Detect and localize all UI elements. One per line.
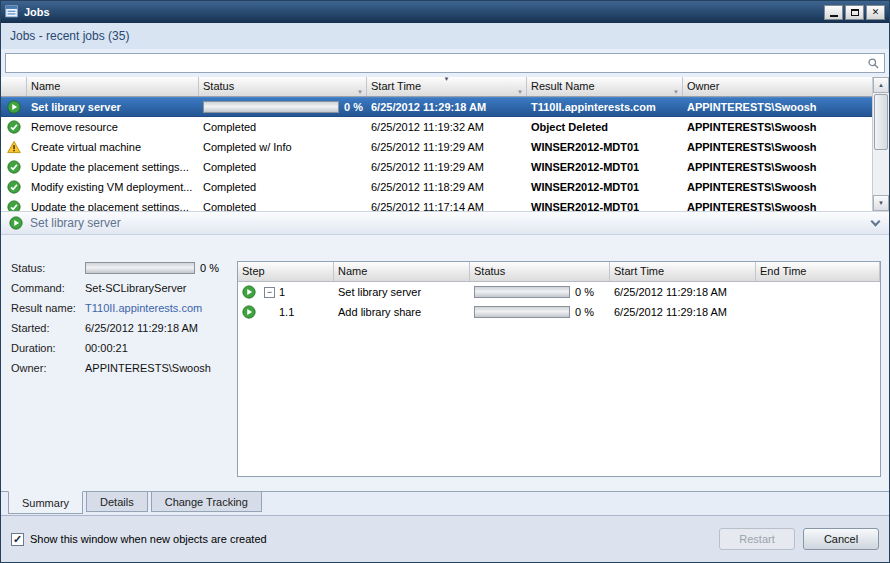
step-row-1-1[interactable]: 1.1 Add library share 0 % 6/25/2012 11:2… — [238, 302, 880, 322]
column-header-step-end-time[interactable]: End Time — [756, 262, 880, 281]
column-header-step-start-time[interactable]: Start Time — [610, 262, 756, 281]
job-result-cell: WINSER2012-MDT01 — [527, 138, 683, 157]
scrollbar-thumb[interactable] — [874, 94, 888, 150]
filter-icon[interactable]: ▼ — [357, 83, 363, 102]
job-start-time-cell: 6/25/2012 11:19:32 AM — [367, 118, 527, 137]
step-name-cell: Add library share — [334, 303, 470, 322]
job-status-cell: 0 % — [199, 98, 367, 117]
column-header-owner[interactable]: Owner — [683, 77, 889, 96]
step-row-1[interactable]: − 1 Set library server 0 % 6/25/2012 11:… — [238, 282, 880, 302]
scrollbar-track[interactable] — [873, 151, 889, 195]
job-owner-cell: APPINTERESTS\Swoosh — [683, 198, 889, 212]
page-title: Jobs - recent jobs (35) — [1, 23, 889, 49]
command-label: Command: — [11, 282, 85, 294]
tab-change-tracking[interactable]: Change Tracking — [151, 492, 262, 512]
job-completed-icon — [7, 120, 21, 134]
duration-value: 00:00:21 — [85, 342, 128, 354]
tab-strip: Summary Details Change Tracking — [1, 491, 889, 515]
chevron-down-icon[interactable] — [871, 216, 881, 226]
job-start-time-cell: 6/25/2012 11:17:14 AM — [367, 198, 527, 212]
column-header-status[interactable]: Status▼ — [199, 77, 367, 96]
job-result-cell: WINSER2012-MDT01 — [527, 158, 683, 177]
close-button[interactable]: ✕ — [866, 5, 885, 20]
column-header-step[interactable]: Step — [238, 262, 334, 281]
show-window-checkbox-group[interactable]: ✓ Show this window when new objects are … — [11, 533, 267, 546]
column-header-start-time[interactable]: ▼Start Time▼ — [367, 77, 527, 96]
maximize-button[interactable] — [845, 5, 864, 20]
vertical-scrollbar[interactable]: ▲ ▼ — [872, 77, 889, 211]
column-header-step-name[interactable]: Name — [334, 262, 470, 281]
job-start-time-cell: 6/25/2012 11:19:29 AM — [367, 158, 527, 177]
show-window-checkbox[interactable]: ✓ — [11, 533, 24, 546]
scroll-up-button[interactable]: ▲ — [873, 77, 889, 93]
status-percent: 0 % — [200, 262, 219, 274]
tab-details[interactable]: Details — [86, 492, 148, 512]
job-result-cell: Object Deleted — [527, 118, 683, 137]
footer-bar: ✓ Show this window when new objects are … — [1, 515, 889, 562]
job-result-cell: T110II.appinterests.com — [527, 98, 683, 117]
job-row-update-placement-settings[interactable]: Update the placement settings... Complet… — [1, 157, 889, 177]
restart-button[interactable]: Restart — [719, 528, 795, 550]
started-value: 6/25/2012 11:29:18 AM — [85, 322, 198, 334]
step-running-icon — [242, 285, 256, 299]
step-status-cell: 0 % — [470, 283, 610, 302]
show-window-checkbox-label: Show this window when new objects are cr… — [30, 533, 267, 545]
job-warning-icon — [7, 140, 21, 154]
jobs-window: Jobs ✕ Jobs - recent jobs (35) Name Stat… — [0, 0, 890, 563]
search-input[interactable] — [5, 53, 885, 73]
result-name-link[interactable]: T110II.appinterests.com — [85, 302, 202, 314]
step-status-cell: 0 % — [470, 303, 610, 322]
job-owner-cell: APPINTERESTS\Swoosh — [683, 158, 889, 177]
column-header-status-icon[interactable] — [1, 77, 27, 96]
job-name-cell: Remove resource — [27, 118, 199, 137]
job-status-cell: Completed w/ Info — [199, 138, 367, 157]
column-header-name[interactable]: Name — [27, 77, 199, 96]
job-row-remove-resource[interactable]: Remove resource Completed 6/25/2012 11:1… — [1, 117, 889, 137]
job-status-cell: Completed — [199, 178, 367, 197]
progress-bar — [474, 306, 570, 318]
job-status-cell: Completed — [199, 158, 367, 177]
started-label: Started: — [11, 322, 85, 334]
minimize-icon — [830, 15, 838, 17]
column-header-step-status[interactable]: Status — [470, 262, 610, 281]
job-owner-cell: APPINTERESTS\Swoosh — [683, 98, 889, 117]
collapse-icon[interactable]: − — [264, 287, 275, 298]
job-detail-header[interactable]: Set library server — [1, 211, 889, 235]
jobs-table-header: Name Status▼ ▼Start Time▼ Result Name▼ O… — [1, 77, 889, 97]
title-bar[interactable]: Jobs ✕ — [1, 1, 889, 23]
filter-icon[interactable]: ▼ — [517, 83, 523, 102]
search-icon — [867, 57, 880, 70]
step-number: 1.1 — [279, 303, 294, 322]
status-label: Status: — [11, 262, 85, 274]
job-name-cell: Set library server — [27, 98, 199, 117]
job-completed-icon — [7, 160, 21, 174]
owner-label: Owner: — [11, 362, 85, 374]
job-start-time-cell: 6/25/2012 11:19:29 AM — [367, 138, 527, 157]
step-number: 1 — [279, 283, 285, 302]
job-running-icon — [9, 216, 23, 230]
step-name-cell: Set library server — [334, 283, 470, 302]
status-progress-bar — [85, 262, 195, 274]
filter-icon[interactable]: ▼ — [673, 83, 679, 102]
job-name-cell: Modify existing VM deployment... — [27, 178, 199, 197]
jobs-table: Name Status▼ ▼Start Time▼ Result Name▼ O… — [1, 77, 889, 211]
job-completed-icon — [7, 180, 21, 194]
tab-summary[interactable]: Summary — [8, 491, 83, 514]
owner-value: APPINTERESTS\Swoosh — [85, 362, 211, 374]
jobs-table-body: Set library server 0 % 6/25/2012 11:29:1… — [1, 97, 889, 211]
job-row-set-library-server[interactable]: Set library server 0 % 6/25/2012 11:29:1… — [1, 97, 889, 117]
command-value: Set-SCLibraryServer — [85, 282, 186, 294]
job-start-time-cell: 6/25/2012 11:18:29 AM — [367, 178, 527, 197]
minimize-button[interactable] — [824, 5, 843, 20]
cancel-button[interactable]: Cancel — [803, 528, 879, 550]
job-row-update-placement-settings-2[interactable]: Update the placement settings... Complet… — [1, 197, 889, 211]
job-owner-cell: APPINTERESTS\Swoosh — [683, 178, 889, 197]
column-header-result-name[interactable]: Result Name▼ — [527, 77, 683, 96]
job-row-modify-existing-vm[interactable]: Modify existing VM deployment... Complet… — [1, 177, 889, 197]
progress-bar — [474, 286, 570, 298]
progress-bar — [203, 101, 339, 113]
job-row-create-virtual-machine[interactable]: Create virtual machine Completed w/ Info… — [1, 137, 889, 157]
job-result-cell: WINSER2012-MDT01 — [527, 198, 683, 212]
result-name-label: Result name: — [11, 302, 85, 314]
scroll-down-button[interactable]: ▼ — [873, 195, 889, 211]
